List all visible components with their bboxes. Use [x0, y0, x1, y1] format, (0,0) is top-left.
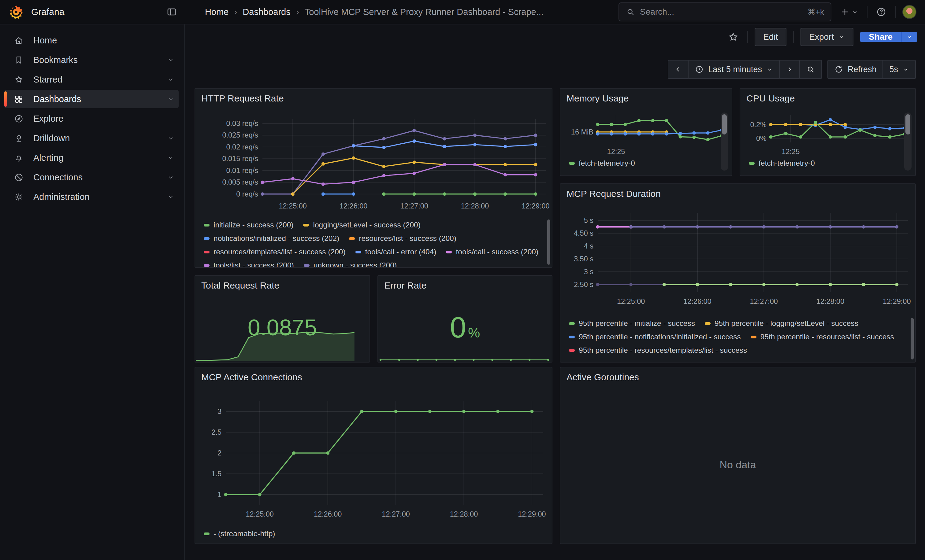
grafana-logo[interactable]	[9, 5, 23, 19]
panel-title[interactable]: Active Goroutines	[560, 368, 915, 386]
refresh-interval-picker[interactable]: 5s	[883, 60, 915, 78]
favorite-star-button[interactable]	[726, 30, 741, 44]
dashboard-toolbar: Edit Export Share	[185, 25, 925, 49]
legend-scrollbar[interactable]	[911, 318, 914, 359]
series-color-swatch	[356, 251, 361, 254]
legend-item[interactable]: resources/list - success (200)	[349, 234, 456, 243]
add-button[interactable]	[838, 5, 860, 19]
breadcrumb-home[interactable]: Home	[205, 7, 229, 17]
edit-button[interactable]: Edit	[755, 28, 786, 46]
sidebar-item-bookmarks[interactable]: Bookmarks	[4, 51, 179, 69]
panel-cpu-usage: CPU Usage 0.2%0%12:25 fetch-telemetry-0	[740, 88, 916, 176]
svg-text:1.5: 1.5	[211, 470, 221, 478]
svg-text:4 s: 4 s	[584, 242, 594, 250]
divider	[747, 31, 748, 43]
bell-icon	[14, 153, 24, 163]
legend-item[interactable]: tools/call - success (200)	[446, 247, 538, 257]
panel-title[interactable]: MCP Active Connections	[195, 368, 552, 386]
panel-title[interactable]: MCP Request Duration	[560, 184, 915, 203]
error-rate-stat[interactable]: 0%	[378, 294, 552, 362]
sidebar-item-drilldown[interactable]: Drilldown	[4, 129, 179, 147]
sidebar-item-alerting[interactable]: Alerting	[4, 149, 179, 167]
sidebar-toggle-icon[interactable]	[166, 7, 177, 17]
breadcrumb: Home › Dashboards › ToolHive MCP Server …	[205, 7, 544, 17]
http-request-rate-legend: initialize - success (200)logging/setLev…	[195, 218, 552, 267]
panel-title[interactable]: CPU Usage	[740, 89, 915, 107]
series-color-swatch	[204, 533, 209, 535]
sidebar-item-administration[interactable]: Administration	[4, 188, 179, 206]
legend-item[interactable]: fetch-telemetry-0	[749, 158, 815, 168]
chevron-down-icon	[167, 56, 174, 64]
total-request-rate-stat[interactable]: 0.0875	[195, 294, 369, 362]
series-color-swatch	[204, 251, 209, 254]
panel-title[interactable]: HTTP Request Rate	[195, 89, 552, 107]
mcp-active-connections-chart[interactable]: 11.522.5312:25:0012:26:0012:27:0012:28:0…	[195, 386, 552, 526]
time-controls: Last 5 minutes Refresh 5s	[185, 60, 925, 79]
svg-text:12:27:00: 12:27:00	[750, 297, 777, 305]
chevron-down-icon	[838, 34, 845, 41]
help-button[interactable]	[874, 5, 888, 19]
user-avatar[interactable]	[902, 5, 916, 19]
svg-text:4.50 s: 4.50 s	[574, 229, 594, 237]
svg-text:3: 3	[217, 407, 221, 416]
sidebar-item-connections[interactable]: Connections	[4, 168, 179, 186]
legend-item[interactable]: - (streamable-http)	[204, 529, 275, 539]
legend-label: initialize - success (200)	[214, 221, 293, 229]
export-button[interactable]: Export	[800, 28, 853, 46]
breadcrumb-dashboards[interactable]: Dashboards	[243, 7, 290, 17]
legend-item[interactable]: 95th percentile - logging/setLevel - suc…	[705, 318, 858, 328]
chevron-down-icon	[906, 34, 913, 41]
breadcrumb-current-dashboard[interactable]: ToolHive MCP Server & Proxy Runner Dashb…	[305, 7, 544, 17]
breadcrumb-separator-icon: ›	[234, 7, 237, 17]
memory-usage-chart[interactable]: 16 MiB12:25	[560, 107, 732, 156]
legend-item[interactable]: initialize - success (200)	[204, 220, 293, 230]
panel-title[interactable]: Total Request Rate	[195, 276, 369, 294]
share-button[interactable]: Share	[860, 32, 901, 42]
panel-http-request-rate: HTTP Request Rate 0 req/s0.005 req/s0.01…	[194, 88, 553, 268]
legend-item[interactable]: 95th percentile - initialize - success	[569, 318, 695, 328]
sidebar-item-dashboards[interactable]: Dashboards	[4, 90, 179, 108]
http-request-rate-chart[interactable]: 0 req/s0.005 req/s0.01 req/s0.015 req/s0…	[195, 107, 552, 218]
svg-text:12:25: 12:25	[607, 148, 625, 156]
legend-item[interactable]: 95th percentile - notifications/initiali…	[569, 332, 741, 342]
zoom-out-button[interactable]	[799, 60, 821, 78]
legend-item[interactable]: tools/call - error (404)	[356, 247, 437, 257]
panel-scrollbar[interactable]	[721, 113, 728, 171]
cpu-usage-chart[interactable]: 0.2%0%12:25	[740, 107, 915, 156]
panel-title[interactable]: Memory Usage	[560, 89, 732, 107]
divider	[867, 6, 868, 18]
time-shift-forward-button[interactable]	[779, 60, 799, 78]
legend-label: resources/templates/list - success (200)	[214, 248, 346, 256]
search-shortcut: ⌘+k	[807, 8, 824, 17]
panel-mcp-active-connections: MCP Active Connections 11.522.5312:25:00…	[194, 367, 553, 544]
legend-item[interactable]: logging/setLevel - success (200)	[303, 220, 420, 230]
legend-item[interactable]: resources/templates/list - success (200)	[204, 247, 346, 257]
legend-item[interactable]: unknown - success (200)	[304, 260, 397, 267]
sidebar-item-starred[interactable]: Starred	[4, 70, 179, 89]
legend-item[interactable]: tools/list - success (200)	[204, 260, 294, 267]
series-color-swatch	[751, 336, 756, 338]
panel-scrollbar[interactable]	[904, 113, 911, 171]
legend-scrollbar[interactable]	[547, 219, 550, 265]
sidebar-item-label: Connections	[33, 173, 167, 183]
svg-text:1: 1	[217, 491, 221, 498]
legend-item[interactable]: fetch-telemetry-0	[569, 158, 635, 168]
time-range-picker[interactable]: Last 5 minutes	[688, 60, 779, 78]
series-color-swatch	[749, 162, 755, 165]
panel-title[interactable]: Error Rate	[378, 276, 552, 294]
legend-item[interactable]: notifications/initialized - success (202…	[204, 234, 339, 243]
share-menu-button[interactable]	[901, 32, 917, 42]
time-shift-back-button[interactable]	[668, 60, 688, 78]
svg-text:12:28:00: 12:28:00	[461, 202, 489, 210]
legend-item[interactable]: 95th percentile - resources/list - succe…	[751, 332, 894, 342]
sidebar-item-home[interactable]: Home	[4, 31, 179, 50]
legend-item[interactable]: 95th percentile - resources/templates/li…	[569, 345, 747, 355]
refresh-button[interactable]: Refresh	[828, 60, 883, 78]
search-input[interactable]: Search... ⌘+k	[619, 3, 832, 21]
sidebar-item-explore[interactable]: Explore	[4, 110, 179, 128]
legend-label: tools/call - success (200)	[456, 248, 538, 256]
mcp-request-duration-chart[interactable]: 2.50 s3 s3.50 s4 s4.50 s5 s12:25:0012:26…	[560, 203, 915, 316]
memory-usage-legend: fetch-telemetry-0	[560, 156, 732, 176]
divider	[895, 6, 896, 18]
breadcrumb-separator-icon: ›	[296, 7, 299, 17]
